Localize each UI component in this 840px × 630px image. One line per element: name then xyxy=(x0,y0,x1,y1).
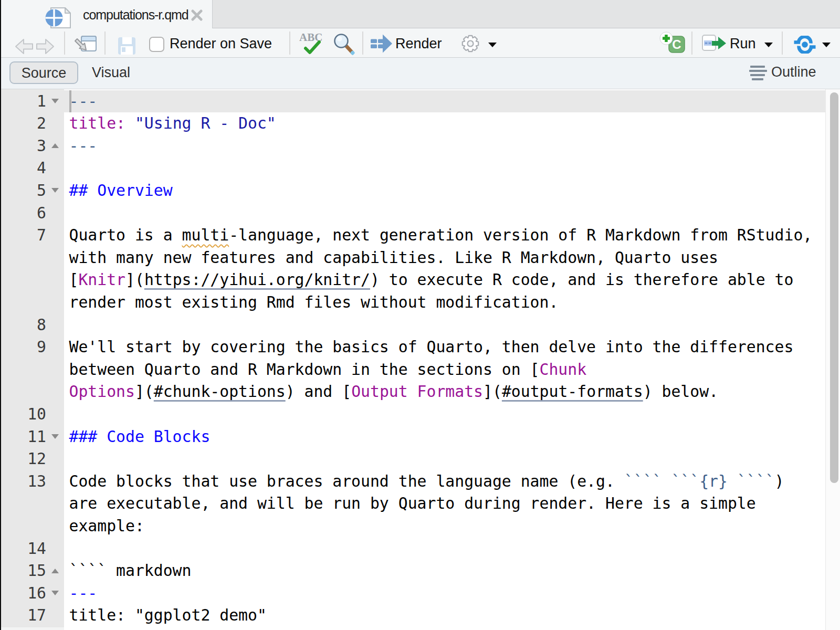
code-line[interactable]: with many new features and capabilities.… xyxy=(69,247,719,269)
svg-text:C: C xyxy=(672,37,681,51)
spellcheck-icon[interactable]: ABC xyxy=(298,32,324,56)
gutter-line-number: 13 xyxy=(1,470,46,493)
toolbar-separator xyxy=(64,32,65,55)
outline-icon[interactable] xyxy=(749,65,768,81)
code-line[interactable]: --- xyxy=(69,90,98,113)
gutter-line-number: 1 xyxy=(1,90,46,113)
toolbar-separator xyxy=(104,32,106,55)
code-line[interactable]: ### Code Blocks xyxy=(69,426,211,448)
gutter-line-number: 4 xyxy=(1,157,46,180)
fold-down-icon[interactable] xyxy=(51,591,59,595)
code-line[interactable]: [Knitr](https://yihui.org/knitr/) to exe… xyxy=(69,269,794,291)
code-line[interactable]: are executable, and will be run by Quart… xyxy=(69,492,756,515)
fold-down-icon[interactable] xyxy=(51,188,59,193)
render-icon[interactable] xyxy=(370,34,393,54)
gutter-line-number: 11 xyxy=(1,426,46,448)
gutter-line-number xyxy=(1,359,46,381)
toolbar-separator xyxy=(691,32,692,55)
forward-icon[interactable] xyxy=(36,38,55,56)
gutter-line-number: 15 xyxy=(1,560,46,582)
render-button-label[interactable]: Render xyxy=(395,36,442,52)
search-icon[interactable] xyxy=(332,33,355,56)
fold-down-icon[interactable] xyxy=(51,434,59,439)
gutter-line-number: 9 xyxy=(1,336,46,359)
code-line[interactable]: --- xyxy=(69,582,98,605)
text-cursor xyxy=(69,90,72,112)
toolbar-separator xyxy=(782,32,783,55)
code-line[interactable]: Code blocks that use braces around the l… xyxy=(69,470,784,493)
code-line[interactable]: We'll start by covering the basics of Qu… xyxy=(69,336,794,359)
gutter-line-number xyxy=(1,247,46,269)
render-options-caret-icon[interactable] xyxy=(488,43,497,47)
run-button-label[interactable]: Run xyxy=(730,36,756,52)
visual-mode-button[interactable]: Visual xyxy=(92,65,130,81)
tab-close-icon[interactable] xyxy=(191,9,203,21)
gutter-line-number: 8 xyxy=(1,314,46,337)
gutter-line-number xyxy=(1,515,46,538)
gutter-line-number xyxy=(1,492,46,515)
insert-chunk-icon[interactable]: C xyxy=(659,32,686,56)
gutter-line-number: 7 xyxy=(1,224,46,247)
code-line[interactable]: ## Overview xyxy=(69,180,173,202)
code-line[interactable]: title: "ggplot2 demo" xyxy=(69,604,267,627)
vertical-scrollbar-thumb[interactable] xyxy=(830,92,839,483)
render-settings-gear-icon[interactable] xyxy=(460,34,480,54)
code-line[interactable]: --- xyxy=(69,135,98,158)
quarto-file-icon xyxy=(44,7,72,29)
fold-up-icon[interactable] xyxy=(51,569,59,573)
gutter-line-number: 16 xyxy=(1,582,46,605)
pane-left-edge xyxy=(0,0,1,630)
tab-title: computations-r.qmd xyxy=(83,7,188,23)
gutter-line-number: 5 xyxy=(1,180,46,202)
rerun-icon[interactable] xyxy=(793,36,817,54)
run-icon[interactable] xyxy=(702,35,727,51)
gutter-line-number: 12 xyxy=(1,448,46,470)
fold-up-icon[interactable] xyxy=(51,143,59,148)
gutter-line-number: 17 xyxy=(1,604,46,627)
fold-down-icon[interactable] xyxy=(51,99,59,103)
code-line[interactable]: Options](#chunk-options) and [Output For… xyxy=(69,381,719,403)
source-mode-button[interactable]: Source xyxy=(9,61,78,84)
gutter-line-number xyxy=(1,381,46,403)
outline-toggle-label[interactable]: Outline xyxy=(771,64,816,80)
gutter-line-number: 10 xyxy=(1,403,46,426)
gutter-line-number: 6 xyxy=(1,202,46,225)
code-line[interactable]: Quarto is a multi-language, next generat… xyxy=(69,224,813,247)
editor-gutter-tail xyxy=(1,627,64,630)
toolbar-separator xyxy=(362,32,363,55)
code-line[interactable]: example: xyxy=(69,515,144,538)
gutter-line-number xyxy=(1,269,46,291)
rerun-options-caret-icon[interactable] xyxy=(822,43,831,47)
gutter-line-number: 14 xyxy=(1,538,46,560)
render-on-save-checkbox[interactable] xyxy=(149,37,164,52)
code-line[interactable]: title: "Using R - Doc" xyxy=(69,112,276,135)
code-line[interactable]: between Quarto and R Markdown in the sec… xyxy=(69,359,587,381)
popout-window-icon[interactable] xyxy=(74,35,97,52)
code-line[interactable]: ```` markdown xyxy=(69,560,192,582)
toolbar-separator xyxy=(289,32,290,55)
render-on-save-label: Render on Save xyxy=(170,36,272,52)
source-mode-label: Source xyxy=(10,65,77,81)
code-line[interactable]: render most existing Rmd files without m… xyxy=(69,291,559,314)
active-line-highlight xyxy=(64,90,830,113)
back-icon[interactable] xyxy=(15,38,34,56)
save-icon[interactable] xyxy=(118,37,136,55)
run-options-caret-icon[interactable] xyxy=(764,43,773,47)
gutter-line-number: 3 xyxy=(1,135,46,158)
gutter-line-number xyxy=(1,291,46,314)
gutter-line-number: 2 xyxy=(1,112,46,135)
